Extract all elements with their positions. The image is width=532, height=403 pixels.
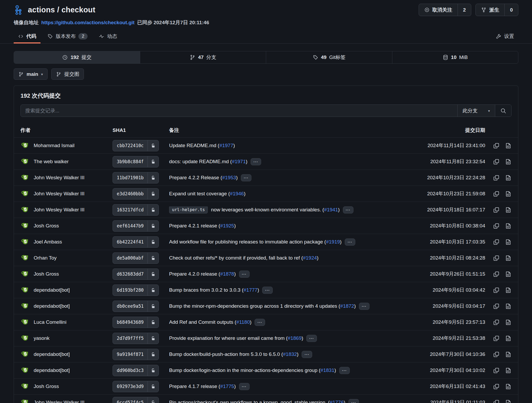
browse-source-icon[interactable] xyxy=(505,142,511,149)
commit-author[interactable]: Joel Ambass xyxy=(34,239,62,245)
pr-link[interactable]: #1946 xyxy=(230,191,244,196)
commit-sha-button[interactable]: 6b42224f41 xyxy=(113,236,159,248)
commit-author[interactable]: dependabot[bot] xyxy=(34,287,70,293)
commit-author[interactable]: Josh Gross xyxy=(34,384,59,389)
expand-commit-button[interactable]: ··· xyxy=(255,319,265,326)
stat-commits[interactable]: 192 提交 xyxy=(14,51,140,63)
copy-sha-icon[interactable] xyxy=(493,303,500,310)
browse-source-icon[interactable] xyxy=(505,271,511,277)
pr-link[interactable]: #1925 xyxy=(220,223,234,228)
commit-sha-button[interactable]: b684943689 xyxy=(113,317,159,328)
expand-commit-button[interactable]: ··· xyxy=(251,158,261,165)
commit-sha-button[interactable]: e3d2460bbb xyxy=(113,188,159,200)
copy-sha-icon[interactable] xyxy=(493,175,500,181)
commit-sha-button[interactable]: 3b9b8c884f xyxy=(113,156,159,167)
pr-link[interactable]: #1941 xyxy=(324,207,338,212)
copy-sha-icon[interactable] xyxy=(493,158,500,165)
pr-link[interactable]: #1971 xyxy=(232,158,246,164)
pr-link[interactable]: #1924 xyxy=(303,255,317,261)
copy-sha-icon[interactable] xyxy=(493,335,500,342)
commit-author[interactable]: Mohammad Ismail xyxy=(34,143,74,148)
browse-source-icon[interactable] xyxy=(505,191,511,197)
pr-link[interactable]: #1919 xyxy=(326,239,340,244)
tab-settings[interactable]: 设置 xyxy=(492,30,518,43)
browse-source-icon[interactable] xyxy=(505,207,511,213)
browse-source-icon[interactable] xyxy=(505,383,511,390)
browse-source-icon[interactable] xyxy=(505,319,511,326)
commit-author[interactable]: John Wesley Walker III xyxy=(34,175,84,181)
commit-author[interactable]: John Wesley Walker III xyxy=(34,207,84,213)
copy-sha-icon[interactable] xyxy=(493,239,500,245)
pr-link[interactable]: #1872 xyxy=(340,303,354,309)
commit-sha-button[interactable]: d632683dd7 xyxy=(113,268,159,280)
browse-source-icon[interactable] xyxy=(505,303,511,310)
browse-source-icon[interactable] xyxy=(505,158,511,165)
expand-commit-button[interactable]: ··· xyxy=(348,399,359,403)
expand-commit-button[interactable]: ··· xyxy=(339,367,350,374)
expand-commit-button[interactable]: ··· xyxy=(359,303,369,310)
commit-author[interactable]: yasonk xyxy=(34,335,49,341)
copy-sha-icon[interactable] xyxy=(493,191,500,197)
commit-author[interactable]: Orhan Toy xyxy=(34,255,57,261)
copy-sha-icon[interactable] xyxy=(493,223,500,229)
browse-source-icon[interactable] xyxy=(505,175,511,181)
tab-activity[interactable]: 动态 xyxy=(94,30,121,43)
commit-sha-button[interactable]: 2d7d9f7ff5 xyxy=(113,333,159,344)
copy-sha-icon[interactable] xyxy=(493,255,500,261)
commit-author[interactable]: Josh Gross xyxy=(34,223,59,229)
commit-sha-button[interactable]: 6ccd57f4c5 xyxy=(113,397,159,403)
commit-sha-button[interactable]: de5a000abf xyxy=(113,252,159,264)
commit-sha-button[interactable]: db0cee9a51 xyxy=(113,301,159,312)
watch-count[interactable]: 2 xyxy=(458,4,471,16)
browse-source-icon[interactable] xyxy=(505,351,511,358)
commit-sha-button[interactable]: cbb722410c xyxy=(113,140,159,151)
copy-sha-icon[interactable] xyxy=(493,142,500,149)
expand-commit-button[interactable]: ··· xyxy=(262,287,273,294)
unwatch-button[interactable]: 取消关注 2 xyxy=(419,4,472,16)
commit-author[interactable]: dependabot[bot] xyxy=(34,351,70,357)
browse-source-icon[interactable] xyxy=(505,367,511,374)
browse-source-icon[interactable] xyxy=(505,239,511,245)
commit-author[interactable]: dependabot[bot] xyxy=(34,367,70,373)
pr-link[interactable]: #1777 xyxy=(244,287,257,292)
commit-author[interactable]: Luca Comellini xyxy=(34,319,67,325)
pr-link[interactable]: #1775 xyxy=(220,383,234,389)
pr-link[interactable]: #1878 xyxy=(220,271,234,276)
stat-size[interactable]: 10 MiB xyxy=(392,51,518,63)
copy-sha-icon[interactable] xyxy=(493,351,500,358)
commit-sha-button[interactable]: 11bd71901b xyxy=(113,172,159,183)
expand-commit-button[interactable]: ··· xyxy=(306,335,317,342)
pr-link[interactable]: #1180 xyxy=(236,319,250,325)
commit-author[interactable]: The web walker xyxy=(34,159,69,165)
commit-sha-button[interactable]: 9a9194f871 xyxy=(113,349,159,360)
expand-commit-button[interactable]: ··· xyxy=(239,383,250,390)
search-button[interactable] xyxy=(495,105,511,117)
copy-sha-icon[interactable] xyxy=(493,287,500,293)
pr-link[interactable]: #1977 xyxy=(219,143,233,148)
browse-source-icon[interactable] xyxy=(505,223,511,229)
commit-sha-button[interactable]: eef61447b9 xyxy=(113,220,159,232)
tab-releases[interactable]: 版本发布 2 xyxy=(43,30,92,43)
commit-author[interactable]: John Wesley Walker III xyxy=(34,400,84,403)
tab-code[interactable]: 代码 xyxy=(14,30,40,43)
pr-link[interactable]: #1832 xyxy=(283,351,297,357)
stat-tags[interactable]: 49 Git标签 xyxy=(266,51,392,63)
fork-button[interactable]: 派生 0 xyxy=(475,4,518,16)
search-input[interactable] xyxy=(21,105,457,117)
commit-sha-button[interactable]: 6d193bf280 xyxy=(113,285,159,296)
pr-link[interactable]: #1776 xyxy=(330,399,344,403)
stat-branches[interactable]: 47 分支 xyxy=(140,51,266,63)
mirror-url-link[interactable]: https://github.com/actions/checkout.git xyxy=(41,20,135,26)
commit-author[interactable]: John Wesley Walker III xyxy=(34,191,84,197)
copy-sha-icon[interactable] xyxy=(493,207,500,213)
commit-author[interactable]: Josh Gross xyxy=(34,271,59,277)
expand-commit-button[interactable]: ··· xyxy=(345,238,355,246)
pr-link[interactable]: #1869 xyxy=(288,335,302,341)
commit-sha-button[interactable]: 163217dfcd xyxy=(113,204,159,216)
browse-source-icon[interactable] xyxy=(505,335,511,342)
fork-count[interactable]: 0 xyxy=(504,4,518,16)
expand-commit-button[interactable]: ··· xyxy=(343,206,353,213)
copy-sha-icon[interactable] xyxy=(493,319,500,326)
browse-source-icon[interactable] xyxy=(505,399,511,403)
expand-commit-button[interactable]: ··· xyxy=(302,351,312,358)
